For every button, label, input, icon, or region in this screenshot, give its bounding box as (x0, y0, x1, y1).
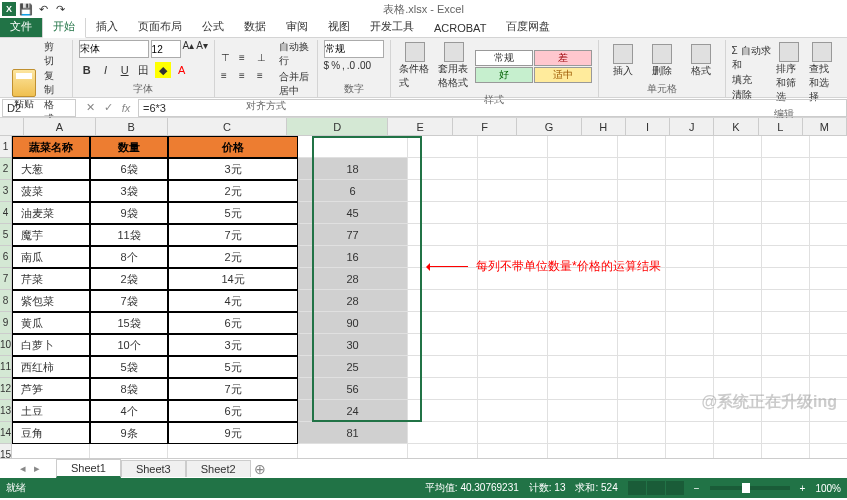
row-header-12[interactable]: 12 (0, 378, 12, 400)
cell-J3[interactable] (714, 180, 762, 202)
find-select-button[interactable]: 查找和选择 (807, 40, 837, 106)
cell-D2[interactable]: 18 (298, 158, 408, 180)
cell-J5[interactable] (714, 224, 762, 246)
cell-F8[interactable] (478, 290, 548, 312)
cell-I6[interactable] (666, 246, 714, 268)
col-header-L[interactable]: L (759, 118, 803, 135)
cell-B11[interactable]: 5袋 (90, 356, 168, 378)
cell-J2[interactable] (714, 158, 762, 180)
col-header-E[interactable]: E (388, 118, 452, 135)
zoom-slider[interactable] (710, 486, 790, 490)
cell-J4[interactable] (714, 202, 762, 224)
row-header-8[interactable]: 8 (0, 290, 12, 312)
sort-filter-button[interactable]: 排序和筛选 (774, 40, 804, 106)
cell-H9[interactable] (618, 312, 666, 334)
tab-review[interactable]: 审阅 (276, 16, 318, 37)
style-neutral[interactable]: 适中 (534, 67, 592, 83)
cell-A12[interactable]: 芦笋 (12, 378, 90, 400)
cell-B6[interactable]: 8个 (90, 246, 168, 268)
cell-D8[interactable]: 28 (298, 290, 408, 312)
tab-baidu[interactable]: 百度网盘 (496, 16, 560, 37)
cell-F13[interactable] (478, 400, 548, 422)
undo-icon[interactable]: ↶ (36, 2, 50, 16)
cell-E2[interactable] (408, 158, 478, 180)
cell-B3[interactable]: 3袋 (90, 180, 168, 202)
col-header-M[interactable]: M (803, 118, 847, 135)
cell-D10[interactable]: 30 (298, 334, 408, 356)
col-header-G[interactable]: G (517, 118, 581, 135)
merge-center-button[interactable]: 合并后居中 (279, 70, 311, 98)
cell-A2[interactable]: 大葱 (12, 158, 90, 180)
cell-D7[interactable]: 28 (298, 268, 408, 290)
cell-L2[interactable] (810, 158, 847, 180)
cell-C14[interactable]: 9元 (168, 422, 298, 444)
cell-F15[interactable] (478, 444, 548, 458)
col-header-D[interactable]: D (287, 118, 388, 135)
cell-I5[interactable] (666, 224, 714, 246)
cell-D1[interactable] (298, 136, 408, 158)
cell-I2[interactable] (666, 158, 714, 180)
row-header-11[interactable]: 11 (0, 356, 12, 378)
cell-I9[interactable] (666, 312, 714, 334)
cell-B13[interactable]: 4个 (90, 400, 168, 422)
cell-A8[interactable]: 紫包菜 (12, 290, 90, 312)
cell-E4[interactable] (408, 202, 478, 224)
wrap-text-button[interactable]: 自动换行 (279, 40, 311, 68)
increase-decimal-icon[interactable]: .0 (347, 60, 355, 71)
cell-C9[interactable]: 6元 (168, 312, 298, 334)
cell-D14[interactable]: 81 (298, 422, 408, 444)
cell-L15[interactable] (810, 444, 847, 458)
decrease-decimal-icon[interactable]: .00 (357, 60, 371, 71)
cell-B8[interactable]: 7袋 (90, 290, 168, 312)
row-header-9[interactable]: 9 (0, 312, 12, 334)
cell-J14[interactable] (714, 422, 762, 444)
bold-button[interactable]: B (79, 62, 95, 78)
cell-K15[interactable] (762, 444, 810, 458)
cell-J15[interactable] (714, 444, 762, 458)
cell-C2[interactable]: 3元 (168, 158, 298, 180)
cell-I14[interactable] (666, 422, 714, 444)
cell-L4[interactable] (810, 202, 847, 224)
cell-E11[interactable] (408, 356, 478, 378)
cell-B9[interactable]: 15袋 (90, 312, 168, 334)
cell-H10[interactable] (618, 334, 666, 356)
cell-C10[interactable]: 3元 (168, 334, 298, 356)
row-header-1[interactable]: 1 (0, 136, 12, 158)
cell-B7[interactable]: 2袋 (90, 268, 168, 290)
cell-G13[interactable] (548, 400, 618, 422)
tab-file[interactable]: 文件 (0, 16, 42, 37)
cell-B10[interactable]: 10个 (90, 334, 168, 356)
zoom-in-icon[interactable]: + (800, 483, 806, 494)
row-header-5[interactable]: 5 (0, 224, 12, 246)
format-button[interactable]: 格式 (683, 42, 719, 80)
cut-button[interactable]: 剪切 (41, 40, 66, 68)
enter-formula-icon[interactable]: ✓ (100, 100, 116, 116)
cell-E12[interactable] (408, 378, 478, 400)
cell-G1[interactable] (548, 136, 618, 158)
cell-D4[interactable]: 45 (298, 202, 408, 224)
sheet-nav-prev-icon[interactable]: ◂ (20, 462, 32, 475)
cell-C1[interactable]: 价格 (168, 136, 298, 158)
cell-C7[interactable]: 14元 (168, 268, 298, 290)
cell-K8[interactable] (762, 290, 810, 312)
cell-B1[interactable]: 数量 (90, 136, 168, 158)
cell-F2[interactable] (478, 158, 548, 180)
number-format-select[interactable] (324, 40, 384, 58)
cell-A11[interactable]: 西红柿 (12, 356, 90, 378)
cell-J11[interactable] (714, 356, 762, 378)
select-all-corner[interactable] (0, 118, 24, 135)
cell-G11[interactable] (548, 356, 618, 378)
cell-L11[interactable] (810, 356, 847, 378)
currency-icon[interactable]: $ (324, 60, 330, 71)
cell-E13[interactable] (408, 400, 478, 422)
insert-button[interactable]: 插入 (605, 42, 641, 80)
cell-E8[interactable] (408, 290, 478, 312)
row-header-10[interactable]: 10 (0, 334, 12, 356)
cell-C4[interactable]: 5元 (168, 202, 298, 224)
cell-D9[interactable]: 90 (298, 312, 408, 334)
col-header-J[interactable]: J (670, 118, 714, 135)
view-normal-icon[interactable] (628, 481, 646, 495)
cell-D6[interactable]: 16 (298, 246, 408, 268)
cell-J10[interactable] (714, 334, 762, 356)
cell-K1[interactable] (762, 136, 810, 158)
